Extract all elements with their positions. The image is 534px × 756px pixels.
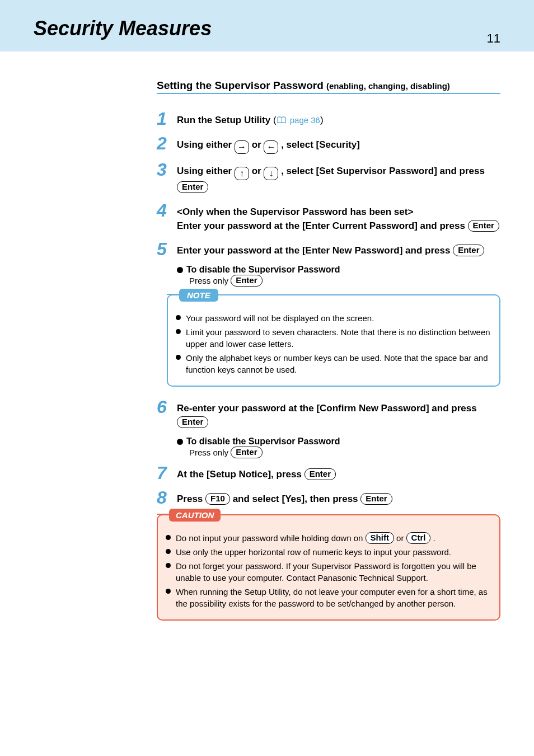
step-text: At the [Setup Notice], press	[177, 469, 305, 480]
step-text: Re-enter your password at the [Confirm N…	[177, 403, 477, 414]
page-title: Security Measures	[34, 17, 500, 40]
note-box: NOTE Your password will not be displayed…	[167, 294, 500, 387]
enter-key-icon: Enter	[177, 416, 208, 428]
left-arrow-key-icon: ←	[264, 140, 278, 154]
enter-key-icon: Enter	[231, 275, 262, 287]
caution-list: Do not input your password while holding…	[166, 532, 491, 609]
section-subtitle: (enabling, changing, disabling)	[326, 81, 450, 91]
page-reference-link[interactable]: page 36	[288, 115, 320, 125]
disable-note: To disable the Supervisor Password Press…	[177, 436, 500, 458]
note-label: NOTE	[179, 289, 218, 302]
caution-box: CAUTION Do not input your password while…	[157, 514, 500, 621]
step-7: 7 At the [Setup Notice], press Enter	[157, 464, 500, 482]
caution-item: When running the Setup Utility, do not l…	[166, 586, 491, 609]
enter-key-icon: Enter	[177, 181, 208, 193]
section-heading: Setting the Supervisor Password (enablin…	[157, 79, 500, 94]
step-line: Enter your password at the [Enter Curren…	[177, 219, 500, 233]
step-text: , select [Security]	[278, 139, 360, 150]
step-4: 4 <Only when the Supervisor Password has…	[157, 201, 500, 233]
step-text: , select [Set Supervisor Password] and p…	[278, 166, 484, 176]
step-text: or	[249, 139, 264, 150]
step-text: Using either	[177, 139, 235, 150]
step-number: 7	[157, 464, 175, 482]
caution-label: CAUTION	[169, 509, 221, 522]
ctrl-key-icon: Ctrl	[406, 532, 431, 544]
enter-key-icon: Enter	[231, 447, 262, 458]
enter-key-icon: Enter	[453, 245, 484, 256]
step-number: 3	[157, 161, 175, 179]
down-arrow-key-icon: ↓	[264, 167, 278, 180]
caution-item: Do not input your password while holding…	[166, 532, 491, 544]
step-text: or	[249, 166, 264, 176]
page-header: Security Measures 11	[0, 0, 534, 51]
step-body: <Only when the Supervisor Password has b…	[177, 201, 500, 233]
disable-heading: To disable the Supervisor Password	[186, 436, 340, 446]
page-number: 11	[487, 31, 500, 46]
step-body: Using either ↑ or ↓ , select [Set Superv…	[177, 161, 500, 195]
step-number: 6	[157, 398, 175, 416]
page-content: Setting the Supervisor Password (enablin…	[0, 51, 534, 665]
note-list: Your password will not be displayed on t…	[176, 312, 491, 375]
step-number: 8	[157, 489, 175, 506]
bullet-icon	[177, 439, 183, 445]
bullet-icon	[177, 267, 183, 273]
step-number: 2	[157, 134, 175, 152]
disable-note: To disable the Supervisor Password Press…	[177, 265, 500, 287]
note-item: Only the alphabet keys or number keys ca…	[176, 352, 491, 375]
right-arrow-key-icon: →	[235, 140, 249, 154]
disable-text: Press only	[189, 276, 231, 285]
step-8: 8 Press F10 and select [Yes], then press…	[157, 489, 500, 506]
enter-key-icon: Enter	[305, 468, 336, 480]
book-icon	[277, 116, 287, 124]
enter-key-icon: Enter	[468, 220, 499, 232]
step-body: Re-enter your password at the [Confirm N…	[177, 398, 500, 430]
step-1: 1 Run the Setup Utility ( page 36)	[157, 110, 500, 128]
step-text: Press	[177, 494, 205, 504]
note-item: Your password will not be displayed on t…	[176, 312, 491, 324]
step-body: Enter your password at the [Enter New Pa…	[177, 240, 500, 258]
step-text: Run the Setup Utility	[177, 115, 273, 125]
note-item: Limit your password to seven characters.…	[176, 326, 491, 350]
step-number: 1	[157, 110, 175, 128]
step-text: and select [Yes], then press	[230, 494, 360, 504]
step-body: Using either → or ← , select [Security]	[177, 134, 500, 154]
step-text: Using either	[177, 166, 235, 176]
step-6: 6 Re-enter your password at the [Confirm…	[157, 398, 500, 430]
step-body: At the [Setup Notice], press Enter	[177, 464, 500, 482]
f10-key-icon: F10	[205, 493, 230, 505]
disable-heading: To disable the Supervisor Password	[186, 265, 340, 274]
step-2: 2 Using either → or ← , select [Security…	[157, 134, 500, 154]
step-5: 5 Enter your password at the [Enter New …	[157, 240, 500, 258]
up-arrow-key-icon: ↑	[235, 167, 249, 180]
step-body: Run the Setup Utility ( page 36)	[177, 110, 500, 128]
step-3: 3 Using either ↑ or ↓ , select [Set Supe…	[157, 161, 500, 195]
step-number: 5	[157, 240, 175, 258]
step-text: Enter your password at the [Enter New Pa…	[177, 245, 453, 256]
step-body: Press F10 and select [Yes], then press E…	[177, 489, 500, 506]
step-number: 4	[157, 201, 175, 219]
disable-text: Press only	[189, 448, 231, 457]
section-title: Setting the Supervisor Password	[157, 79, 326, 91]
caution-item: Do not forget your password. If your Sup…	[166, 560, 491, 584]
shift-key-icon: Shift	[366, 532, 394, 544]
caution-item: Use only the upper horizontal row of num…	[166, 546, 491, 558]
step-line: <Only when the Supervisor Password has b…	[177, 205, 500, 219]
enter-key-icon: Enter	[360, 493, 392, 505]
